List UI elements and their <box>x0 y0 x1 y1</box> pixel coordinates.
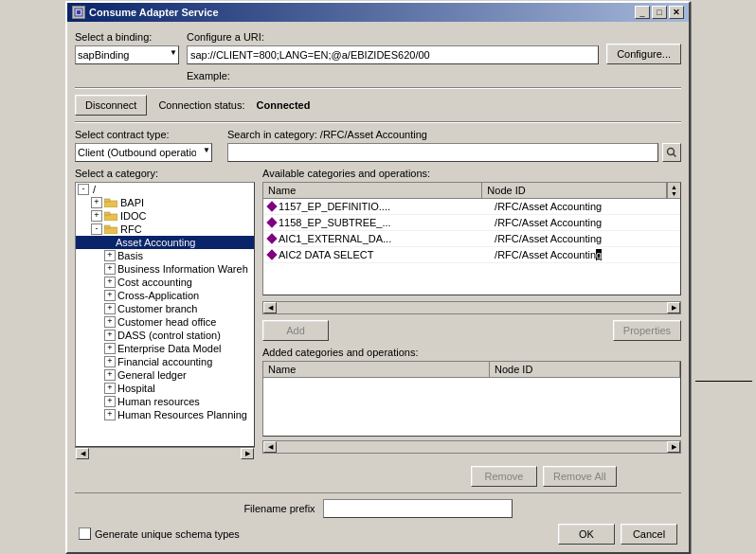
tree-expand-hospital[interactable]: + <box>104 383 116 394</box>
connection-status-value: Connected <box>257 99 311 111</box>
spacer <box>104 237 116 248</box>
minimize-button[interactable]: _ <box>635 6 650 19</box>
remove-button[interactable]: Remove <box>471 466 537 487</box>
operation-icon <box>266 201 277 211</box>
table-row[interactable]: AIC2 DATA SELECT /RFC/Asset Accounting <box>263 247 680 263</box>
scroll-right[interactable]: ▶ <box>667 302 680 313</box>
tree-item-asset-accounting[interactable]: Asset Accounting <box>76 236 254 249</box>
ok-cancel-buttons: OK Cancel <box>558 524 677 545</box>
generate-unique-row: Generate unique schema types <box>79 527 240 540</box>
title-bar: Consume Adapter Service _ □ ✕ <box>67 3 689 22</box>
close-button[interactable]: ✕ <box>669 6 684 19</box>
add-properties-row: Add Properties <box>262 320 681 341</box>
contract-type-select[interactable]: Client (Outbound operation: <box>75 143 212 162</box>
category-label: Select a category: <box>75 168 255 179</box>
search-button[interactable] <box>662 143 681 162</box>
tree-scroll-left[interactable]: ◀ <box>76 448 89 459</box>
callout: Remote function calls (RFCs) <box>695 376 756 413</box>
tree-item-general-ledger[interactable]: + General ledger <box>76 368 254 382</box>
tree-item-hospital[interactable]: + Hospital <box>76 382 254 395</box>
tree-item-biw[interactable]: + Business Information Wareh <box>76 262 254 276</box>
tree-item-cross-app[interactable]: + Cross-Application <box>76 289 254 302</box>
generate-unique-checkbox[interactable] <box>79 527 91 540</box>
binding-label: Select a binding: <box>75 31 179 43</box>
tree-item-idoc[interactable]: + IDOC <box>76 209 254 223</box>
table-row[interactable]: 1158_EP_SUBTREE_... /RFC/Asset Accountin… <box>263 215 680 231</box>
separator-1 <box>75 87 681 89</box>
svg-rect-9 <box>104 225 110 228</box>
filename-input[interactable] <box>323 499 513 518</box>
tree-item-customer-head[interactable]: + Customer head office <box>76 315 254 329</box>
separator-2 <box>75 121 681 123</box>
tree-expand-financial[interactable]: + <box>104 356 116 367</box>
added-scroll-left[interactable]: ◀ <box>263 441 277 453</box>
added-scroll[interactable]: ◀ ▶ <box>262 440 681 454</box>
tree-expand-cost-accounting[interactable]: + <box>104 277 116 288</box>
tree-item-customer-branch[interactable]: + Customer branch <box>76 302 254 315</box>
tree-item-rfc[interactable]: - RFC <box>76 223 254 236</box>
tree-item-basis[interactable]: + Basis <box>76 249 254 262</box>
tree-item-hr-planning[interactable]: + Human Resources Planning <box>76 408 254 421</box>
title-text: Consume Adapter Service <box>89 7 219 18</box>
tree-expand-dass[interactable]: + <box>104 330 116 341</box>
added-operations-table: Name Node ID <box>262 361 681 437</box>
scroll-left[interactable]: ◀ <box>263 302 277 313</box>
tree-item-human-resources[interactable]: + Human resources <box>76 395 254 408</box>
tree-scroll-right[interactable]: ▶ <box>241 448 254 459</box>
filename-row: Filename prefix <box>75 499 681 518</box>
tree-expand-biw[interactable]: + <box>104 263 116 275</box>
tree-expand-rfc[interactable]: - <box>91 223 102 235</box>
tree-expand-idoc[interactable]: + <box>91 210 102 222</box>
ok-button[interactable]: OK <box>558 524 615 545</box>
operations-table-header: Name Node ID ▲ ▼ <box>263 183 680 199</box>
table-row[interactable]: AIC1_EXTERNAL_DA... /RFC/Asset Accountin… <box>263 231 680 247</box>
example-label: Example: <box>187 70 230 81</box>
tree-root[interactable]: - / <box>76 183 254 196</box>
folder-icon <box>104 198 117 207</box>
disconnect-button[interactable]: Disconnect <box>75 95 147 116</box>
filename-label: Filename prefix <box>243 503 315 514</box>
tree-expand-human-resources[interactable]: + <box>104 396 116 407</box>
tree-expand-enterprise[interactable]: + <box>104 343 116 354</box>
tree-expand-root[interactable]: - <box>78 184 89 195</box>
window-icon <box>72 6 85 19</box>
added-scroll-right[interactable]: ▶ <box>667 441 680 453</box>
properties-button[interactable]: Properties <box>613 320 681 341</box>
svg-rect-1 <box>77 10 81 14</box>
tree-item-cost-accounting[interactable]: + Cost accounting <box>76 276 254 289</box>
col-node-id: Node ID <box>482 183 667 198</box>
add-button[interactable]: Add <box>262 320 329 341</box>
tree-item-financial-acc[interactable]: + Financial accounting <box>76 355 254 368</box>
added-col-name: Name <box>263 362 490 377</box>
tree-expand-basis[interactable]: + <box>104 250 116 261</box>
svg-line-3 <box>674 153 676 156</box>
cancel-button[interactable]: Cancel <box>621 524 677 545</box>
operations-scroll[interactable]: ◀ ▶ <box>262 301 681 314</box>
added-table-header: Name Node ID <box>263 362 680 378</box>
operation-icon <box>266 217 277 227</box>
ok-cancel-row: Generate unique schema types OK Cancel <box>75 524 681 545</box>
tree-scroll[interactable]: ◀ ▶ <box>75 447 255 460</box>
search-input[interactable] <box>227 143 658 162</box>
binding-select[interactable]: sapBinding <box>75 45 179 64</box>
table-row[interactable]: 1157_EP_DEFINITIO.... /RFC/Asset Account… <box>263 199 680 215</box>
tree-expand-customer-branch[interactable]: + <box>104 303 116 314</box>
uri-label: Configure a URI: <box>187 31 599 43</box>
connection-status-label: Connection status: <box>158 99 244 111</box>
tree-expand-bapi[interactable]: + <box>91 197 102 208</box>
tree-expand-cross-app[interactable]: + <box>104 290 116 301</box>
maximize-button[interactable]: □ <box>652 6 667 19</box>
bottom-area: Filename prefix Generate unique schema t… <box>75 492 681 545</box>
uri-input[interactable] <box>187 45 599 64</box>
tree-expand-hr-planning[interactable]: + <box>104 409 116 420</box>
configure-button[interactable]: Configure... <box>606 44 681 64</box>
folder-icon-open <box>104 224 117 234</box>
tree-expand-general-ledger[interactable]: + <box>104 369 116 381</box>
tree-item-bapi[interactable]: + BAPI <box>76 196 254 209</box>
remove-all-button[interactable]: Remove All <box>543 466 617 487</box>
tree-item-enterprise-data[interactable]: + Enterprise Data Model <box>76 342 254 355</box>
tree-expand-customer-head[interactable]: + <box>104 316 116 328</box>
window-controls: _ □ ✕ <box>635 6 684 19</box>
operation-icon <box>266 233 277 243</box>
tree-item-dass[interactable]: + DASS (control station) <box>76 329 254 342</box>
